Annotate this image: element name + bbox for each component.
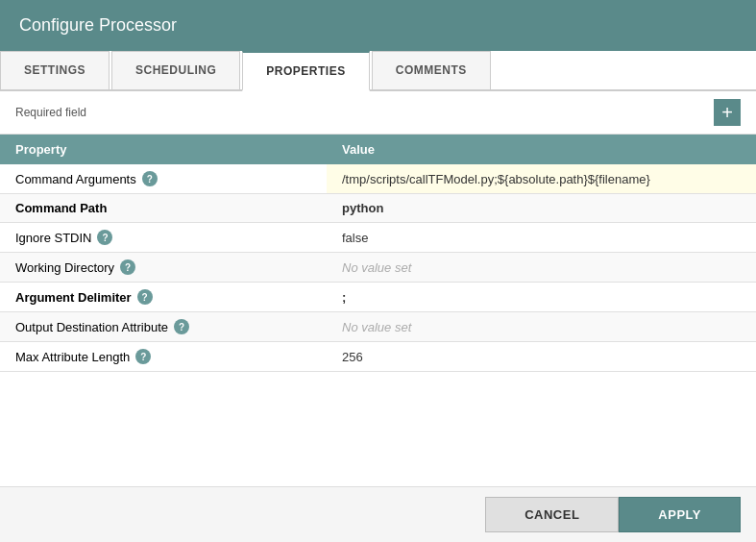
property-value-cell[interactable]: false [327, 223, 756, 253]
table-row: Argument Delimiter?; [0, 283, 756, 312]
add-property-button[interactable]: + [714, 99, 741, 126]
property-value-cell[interactable]: python [327, 194, 756, 223]
property-value-cell[interactable]: ; [327, 283, 756, 312]
property-value-cell[interactable]: No value set [327, 253, 756, 283]
column-header-property: Property [0, 135, 327, 164]
configure-processor-dialog: Configure Processor SETTINGS SCHEDULING … [0, 0, 756, 542]
apply-button[interactable]: APPLY [619, 497, 741, 532]
dialog-header: Configure Processor [0, 0, 756, 51]
tab-bar: SETTINGS SCHEDULING PROPERTIES COMMENTS [0, 51, 756, 91]
property-name-cell: Max Attribute Length? [0, 342, 327, 372]
tab-comments[interactable]: COMMENTS [372, 51, 491, 89]
property-value-cell[interactable]: No value set [327, 312, 756, 342]
property-name-cell: Ignore STDIN? [0, 223, 327, 253]
property-name-cell: Output Destination Attribute? [0, 312, 327, 342]
tab-content: Required field + Property Value Command … [0, 91, 756, 486]
property-name: Output Destination Attribute [15, 320, 168, 334]
property-name: Argument Delimiter [15, 290, 132, 305]
properties-table: Property Value Command Arguments?/tmp/sc… [0, 135, 756, 372]
property-name-cell: Command Arguments? [0, 164, 327, 194]
help-icon[interactable]: ? [97, 230, 112, 245]
help-icon[interactable]: ? [174, 319, 189, 334]
column-header-value: Value [327, 135, 756, 164]
property-name-cell: Argument Delimiter? [0, 283, 327, 312]
help-icon[interactable]: ? [135, 349, 151, 364]
cancel-button[interactable]: CANCEL [485, 497, 619, 532]
property-value-cell[interactable]: 256 [327, 342, 756, 372]
help-icon[interactable]: ? [120, 259, 135, 275]
property-name: Command Path [15, 201, 107, 215]
dialog-footer: CANCEL APPLY [0, 486, 756, 542]
property-name: Max Attribute Length [15, 350, 130, 364]
dialog-title: Configure Processor [19, 15, 177, 35]
property-value-cell[interactable]: /tmp/scripts/callTFModel.py;${absolute.p… [327, 164, 756, 194]
required-label: Required field [15, 106, 86, 119]
property-name: Command Arguments [15, 172, 136, 186]
required-row: Required field + [0, 91, 756, 135]
property-name-cell: Command Path [0, 194, 327, 223]
help-icon[interactable]: ? [142, 171, 158, 186]
property-name: Ignore STDIN [15, 231, 91, 245]
table-row: Output Destination Attribute?No value se… [0, 312, 756, 342]
table-row: Working Directory?No value set [0, 253, 756, 283]
help-icon[interactable]: ? [137, 289, 153, 305]
property-name-cell: Working Directory? [0, 253, 327, 283]
tab-properties[interactable]: PROPERTIES [242, 51, 369, 91]
table-row: Command Pathpython [0, 194, 756, 223]
table-row: Max Attribute Length?256 [0, 342, 756, 372]
tab-scheduling[interactable]: SCHEDULING [111, 51, 240, 89]
table-header-row: Property Value [0, 135, 756, 164]
tab-settings[interactable]: SETTINGS [0, 51, 110, 89]
property-name: Working Directory [15, 260, 114, 275]
table-row: Ignore STDIN?false [0, 223, 756, 253]
table-row: Command Arguments?/tmp/scripts/callTFMod… [0, 164, 756, 194]
